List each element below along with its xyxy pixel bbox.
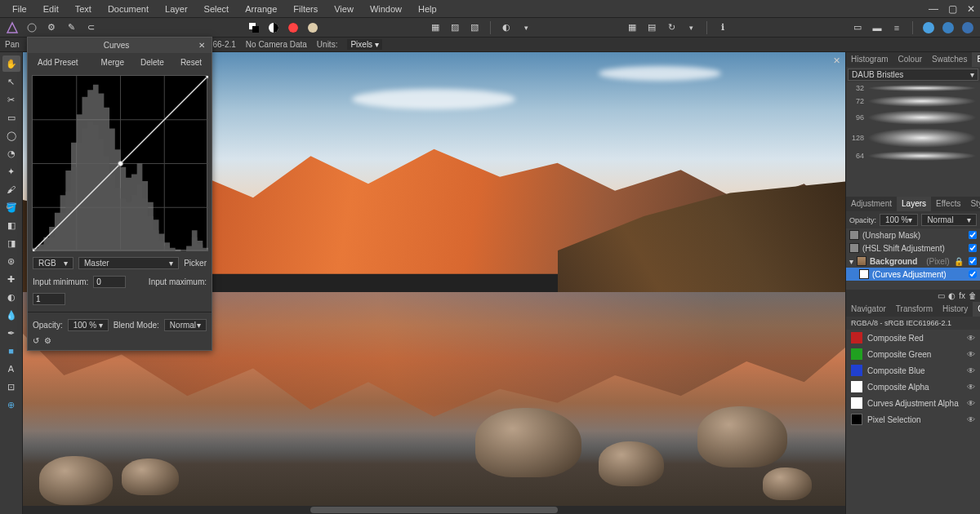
channel-item[interactable]: Composite Red👁	[846, 330, 980, 346]
layer-visible-checkbox[interactable]	[969, 244, 977, 252]
mask-icon[interactable]: ▭	[938, 291, 945, 300]
merge-button[interactable]: Merge	[96, 56, 129, 69]
adjustment-icon[interactable]: ◐	[948, 291, 956, 300]
reset-icon[interactable]: ↺	[33, 336, 39, 345]
tab-styles[interactable]: Styles	[965, 197, 980, 211]
layer-visible-checkbox[interactable]	[969, 257, 977, 265]
menu-window[interactable]: Window	[363, 2, 409, 16]
brush-category-dropdown[interactable]: DAUB Bristles▾	[848, 69, 978, 81]
colour-swatch-icon[interactable]	[247, 20, 261, 35]
curves-mode-dropdown[interactable]: Master▾	[78, 257, 179, 269]
units-dropdown[interactable]: Pixels ▾	[347, 39, 381, 50]
tab-history[interactable]: History	[938, 302, 973, 317]
quickmask-dropdown-icon[interactable]: ▾	[519, 20, 533, 35]
grid-icon[interactable]: ▦	[625, 20, 639, 35]
persona-liquify-icon[interactable]	[941, 20, 956, 35]
rotate-icon[interactable]: ↻	[664, 20, 679, 35]
fill-tool[interactable]: 🪣	[2, 199, 20, 215]
input-min-field[interactable]	[93, 276, 126, 288]
window-close-icon[interactable]: ✕	[967, 3, 975, 15]
channel-item[interactable]: Composite Green👁	[846, 346, 980, 362]
add-preset-button[interactable]: Add Preset	[33, 56, 82, 69]
channel-item[interactable]: Pixel Selection👁	[846, 411, 980, 428]
rotate-dd-icon[interactable]: ▾	[684, 20, 698, 35]
window-minimize-icon[interactable]: —	[929, 3, 938, 15]
menu-layer[interactable]: Layer	[158, 2, 195, 16]
layer-item[interactable]: (Curves Adjustment)	[846, 268, 980, 281]
colour-picker-tool[interactable]: ⊡	[2, 379, 20, 395]
gear-icon[interactable]: ⚙	[44, 336, 51, 345]
tab-colour[interactable]: Colour	[893, 52, 927, 67]
layer-visible-checkbox[interactable]	[969, 270, 977, 278]
dropper-icon[interactable]: ✎	[64, 20, 78, 35]
selection-icon[interactable]: ▦	[428, 20, 443, 35]
curves-dialog[interactable]: Curves✕ Add Preset Merge Delete Reset RG…	[27, 37, 212, 351]
selection-brush-tool[interactable]: ◔	[2, 145, 20, 162]
lock-icon[interactable]: 🔒	[954, 257, 964, 266]
gradient-tool[interactable]: ◧	[2, 217, 20, 233]
layer-item[interactable]: (HSL Shift Adjustment)	[846, 241, 980, 255]
layer-blendmode-dropdown[interactable]: Normal▾	[921, 214, 977, 226]
layer-visible-checkbox[interactable]	[969, 231, 977, 239]
tab-navigator[interactable]: Navigator	[846, 302, 891, 317]
erase-tool[interactable]: ◨	[2, 235, 20, 251]
menu-help[interactable]: Help	[411, 2, 444, 16]
brush-item[interactable]: 96	[846, 109, 980, 126]
move-tool[interactable]: ↖	[2, 73, 20, 90]
menu-edit[interactable]: Edit	[36, 2, 66, 16]
menu-view[interactable]: View	[327, 2, 361, 16]
paint-brush-tool[interactable]: 🖌	[2, 181, 20, 197]
brush-item[interactable]: 32	[846, 82, 980, 94]
persona-photo-icon[interactable]	[921, 20, 936, 35]
menu-select[interactable]: Select	[197, 2, 237, 16]
eye-icon[interactable]: 👁	[967, 383, 975, 392]
channel-item[interactable]: Composite Blue👁	[846, 362, 980, 379]
tab-layers[interactable]: Layers	[897, 197, 931, 211]
text-tool[interactable]: A	[2, 361, 20, 377]
tab-transform[interactable]: Transform	[891, 302, 938, 317]
arrange-fwd-icon[interactable]: ▬	[870, 20, 884, 35]
dodge-tool[interactable]: ◐	[2, 289, 20, 305]
reset-button[interactable]: Reset	[176, 56, 207, 69]
assistant-icon[interactable]: ℹ	[715, 20, 730, 35]
fx-icon[interactable]: fx	[959, 291, 965, 300]
layer-item[interactable]: ▾Background (Pixel)🔒	[846, 255, 980, 268]
menu-filters[interactable]: Filters	[286, 2, 325, 16]
tab-adjustment[interactable]: Adjustment	[846, 197, 897, 211]
colour-wheel-icon[interactable]	[286, 20, 301, 35]
channel-item[interactable]: Curves Adjustment Alpha👁	[846, 395, 980, 411]
eye-icon[interactable]: 👁	[967, 366, 975, 375]
quickmask-icon[interactable]: ◐	[499, 20, 514, 35]
pan-tool[interactable]: ✋	[2, 55, 20, 72]
pen-tool[interactable]: ✒	[2, 325, 20, 341]
eye-icon[interactable]: 👁	[967, 399, 975, 408]
picker-button[interactable]: Picker	[184, 259, 207, 268]
menu-document[interactable]: Document	[100, 2, 156, 16]
selection-sub-icon[interactable]: ▧	[467, 20, 482, 35]
zoom-tool[interactable]: ⊕	[2, 397, 20, 413]
lasso-tool[interactable]: ◯	[2, 127, 20, 144]
eye-icon[interactable]: 👁	[967, 334, 975, 343]
healing-tool[interactable]: ✚	[2, 271, 20, 287]
marquee-tool[interactable]: ▭	[2, 109, 20, 126]
curves-opacity-dropdown[interactable]: 100 %▾	[68, 319, 109, 331]
window-maximize-icon[interactable]: ▢	[948, 3, 957, 15]
magnet-icon[interactable]: ⊂	[83, 20, 98, 35]
blur-tool[interactable]: 💧	[2, 307, 20, 323]
curves-graph[interactable]	[32, 75, 207, 250]
brush-item[interactable]: 72	[846, 94, 980, 109]
brush-item[interactable]: 64	[846, 149, 980, 162]
target-icon[interactable]	[24, 20, 39, 35]
tab-histogram[interactable]: Histogram	[846, 52, 893, 67]
expand-icon[interactable]: ▾	[849, 257, 853, 266]
channels-list[interactable]: Composite Red👁 Composite Green👁 Composit…	[846, 330, 980, 514]
tab-effects[interactable]: Effects	[931, 197, 965, 211]
layers-list[interactable]: (Unsharp Mask) (HSL Shift Adjustment) ▾B…	[846, 228, 980, 290]
menu-text[interactable]: Text	[68, 2, 99, 16]
input-max-field[interactable]	[33, 293, 65, 305]
tab-swatches[interactable]: Swatches	[927, 52, 972, 67]
shape-tool[interactable]: ■	[2, 343, 20, 359]
gear-icon[interactable]: ⚙	[44, 20, 59, 35]
sphere-icon[interactable]	[305, 20, 320, 35]
brush-item[interactable]: 128	[846, 126, 980, 149]
